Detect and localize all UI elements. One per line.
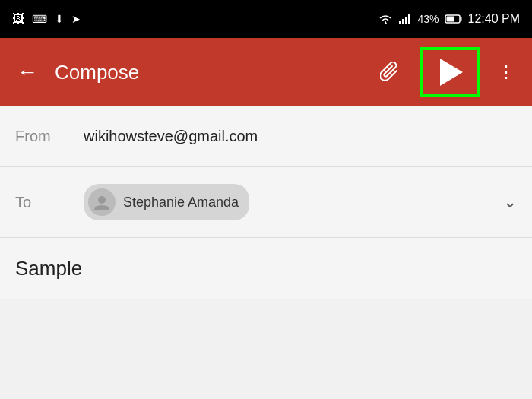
download-icon: ⬇ — [55, 13, 64, 25]
recipient-avatar — [88, 188, 116, 216]
subject-text: Sample — [15, 257, 82, 280]
subject-row[interactable]: Sample — [0, 238, 532, 299]
back-button[interactable]: ← — [12, 57, 43, 87]
send-status-icon: ➤ — [71, 13, 81, 25]
image-icon: 🖼 — [12, 12, 24, 26]
wifi-icon — [378, 13, 393, 25]
signal-icon — [399, 14, 411, 24]
keyboard-icon: ⌨ — [32, 13, 47, 25]
svg-point-8 — [98, 196, 106, 204]
send-button[interactable] — [420, 47, 480, 97]
status-right-info: 43% 12:40 PM — [378, 12, 520, 26]
paperclip-icon — [380, 62, 401, 83]
toolbar-title: Compose — [55, 61, 362, 84]
attach-button[interactable] — [374, 55, 407, 89]
svg-rect-4 — [408, 14, 410, 24]
recipient-chip[interactable]: Stephanie Amanda — [84, 184, 249, 220]
svg-rect-7 — [446, 17, 454, 22]
battery-percent: 43% — [417, 13, 439, 25]
to-row: To Stephanie Amanda ⌄ — [0, 167, 532, 238]
status-time: 12:40 PM — [468, 12, 520, 26]
from-row: From wikihowsteve@gmail.com — [0, 106, 532, 167]
from-label: From — [15, 128, 84, 145]
compose-content: From wikihowsteve@gmail.com To Stephanie… — [0, 106, 532, 299]
battery-icon — [445, 14, 462, 24]
more-options-button[interactable]: ⋮ — [492, 55, 520, 89]
status-left-icons: 🖼 ⌨ ⬇ ➤ — [12, 12, 369, 26]
svg-marker-0 — [385, 21, 387, 24]
expand-recipients-button[interactable]: ⌄ — [503, 192, 517, 212]
status-bar: 🖼 ⌨ ⬇ ➤ 43% 12:40 PM — [0, 0, 532, 38]
to-label: To — [15, 194, 84, 211]
svg-rect-6 — [460, 17, 461, 21]
recipient-name: Stephanie Amanda — [123, 195, 239, 211]
from-email: wikihowsteve@gmail.com — [84, 128, 258, 145]
svg-rect-2 — [402, 19, 404, 24]
avatar-icon — [93, 193, 111, 211]
toolbar: ← Compose ⋮ — [0, 38, 532, 106]
send-icon — [440, 59, 463, 86]
svg-rect-1 — [399, 21, 401, 24]
svg-rect-3 — [405, 17, 407, 24]
